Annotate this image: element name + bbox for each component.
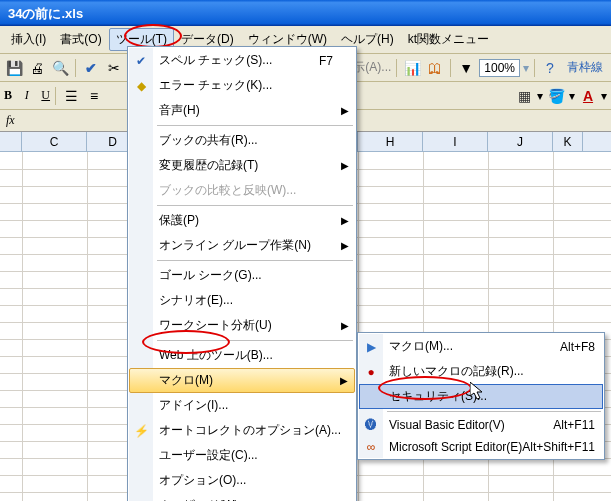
menu-addin[interactable]: アドイン(I)... — [129, 393, 355, 418]
zoom-value[interactable]: 100% — [479, 59, 520, 77]
zoom-down-icon[interactable]: ▼ — [456, 58, 476, 78]
chart-icon[interactable]: 📊 — [402, 58, 422, 78]
select-all-corner[interactable] — [0, 132, 22, 151]
spell-icon[interactable]: ✔ — [81, 58, 101, 78]
separator — [396, 59, 397, 77]
submenu-vbe[interactable]: 🅥 Visual Basic Editor(V) Alt+F11 — [359, 414, 603, 436]
italic-button[interactable]: I — [25, 88, 29, 103]
separator — [387, 411, 601, 412]
zoom-dropdown-icon[interactable]: ▾ — [523, 61, 529, 75]
menu-wizard[interactable]: ウィザード(W)▶ — [129, 493, 355, 501]
border-icon[interactable]: ▦ — [514, 86, 534, 106]
svg-marker-0 — [470, 382, 482, 399]
submenu-mse[interactable]: ∞ Microsoft Script Editor(E) Alt+Shift+F… — [359, 436, 603, 458]
blue-border-button[interactable]: 青枠線 — [563, 57, 607, 78]
fill-color-icon[interactable]: 🪣 — [546, 86, 566, 106]
menu-options[interactable]: オプション(O)... — [129, 468, 355, 493]
help-icon[interactable]: ? — [540, 58, 560, 78]
col-header[interactable]: I — [423, 132, 488, 151]
menu-online[interactable]: オンライン グループ作業(N)▶ — [129, 233, 355, 258]
col-header[interactable]: H — [358, 132, 423, 151]
vbe-icon: 🅥 — [362, 418, 380, 432]
menu-insert[interactable]: 挿入(I) — [4, 28, 53, 51]
font-color-icon[interactable]: A — [578, 86, 598, 106]
submenu-arrow-icon: ▶ — [341, 160, 349, 171]
menu-format[interactable]: 書式(O) — [53, 28, 108, 51]
submenu-arrow-icon: ▶ — [341, 320, 349, 331]
menu-kt[interactable]: kt関数メニュー — [401, 28, 496, 51]
menu-share[interactable]: ブックの共有(R)... — [129, 128, 355, 153]
autocorrect-icon: ⚡ — [132, 424, 150, 438]
align-center-icon[interactable]: ≡ — [84, 86, 104, 106]
menu-track-changes[interactable]: 変更履歴の記録(T)▶ — [129, 153, 355, 178]
col-header[interactable]: J — [488, 132, 553, 151]
separator — [157, 340, 353, 341]
separator — [157, 125, 353, 126]
print-icon[interactable]: 🖨 — [27, 58, 47, 78]
error-icon: ◆ — [132, 79, 150, 93]
fx-label: fx — [6, 113, 15, 127]
save-icon[interactable]: 💾 — [4, 58, 24, 78]
menu-goal-seek[interactable]: ゴール シーク(G)... — [129, 263, 355, 288]
menu-protect[interactable]: 保護(P)▶ — [129, 208, 355, 233]
submenu-arrow-icon: ▶ — [340, 375, 348, 386]
separator — [75, 59, 76, 77]
mse-icon: ∞ — [362, 440, 380, 454]
menu-macro[interactable]: マクロ(M)▶ — [129, 368, 355, 393]
separator — [157, 260, 353, 261]
print-preview-icon[interactable]: 🔍 — [50, 58, 70, 78]
menu-customize[interactable]: ユーザー設定(C)... — [129, 443, 355, 468]
menu-autocorrect[interactable]: ⚡ オートコレクトのオプション(A)... — [129, 418, 355, 443]
separator — [534, 59, 535, 77]
titlebar: 34の前に.xls — [0, 0, 611, 26]
separator — [55, 87, 56, 105]
align-left-icon[interactable]: ☰ — [61, 86, 81, 106]
window-title: 34の前に.xls — [8, 6, 83, 21]
spell-icon: ✔ — [132, 54, 150, 68]
cut-icon[interactable]: ✂ — [104, 58, 124, 78]
cursor-icon — [470, 382, 488, 402]
record-icon: ● — [362, 365, 380, 379]
map-icon[interactable]: 🕮 — [425, 58, 445, 78]
col-header[interactable]: C — [22, 132, 87, 151]
menu-audit[interactable]: ワークシート分析(U)▶ — [129, 313, 355, 338]
submenu-arrow-icon: ▶ — [341, 215, 349, 226]
underline-button[interactable]: U — [41, 88, 50, 103]
submenu-record[interactable]: ● 新しいマクロの記録(R)... — [359, 359, 603, 384]
menu-web-tools[interactable]: Web 上のツール(B)... — [129, 343, 355, 368]
col-header[interactable]: K — [553, 132, 583, 151]
separator — [157, 205, 353, 206]
menu-spellcheck[interactable]: ✔ スペル チェック(S)... F7 — [129, 48, 355, 73]
menu-scenario[interactable]: シナリオ(E)... — [129, 288, 355, 313]
separator — [450, 59, 451, 77]
submenu-arrow-icon: ▶ — [341, 240, 349, 251]
menu-speech[interactable]: 音声(H)▶ — [129, 98, 355, 123]
menu-compare: ブックの比較と反映(W)... — [129, 178, 355, 203]
submenu-arrow-icon: ▶ — [341, 105, 349, 116]
tools-menu: ✔ スペル チェック(S)... F7 ◆ エラー チェック(K)... 音声(… — [127, 46, 357, 501]
menu-error-check[interactable]: ◆ エラー チェック(K)... — [129, 73, 355, 98]
bold-button[interactable]: B — [4, 88, 12, 103]
submenu-macros[interactable]: ▶ マクロ(M)... Alt+F8 — [359, 334, 603, 359]
play-icon: ▶ — [362, 340, 380, 354]
